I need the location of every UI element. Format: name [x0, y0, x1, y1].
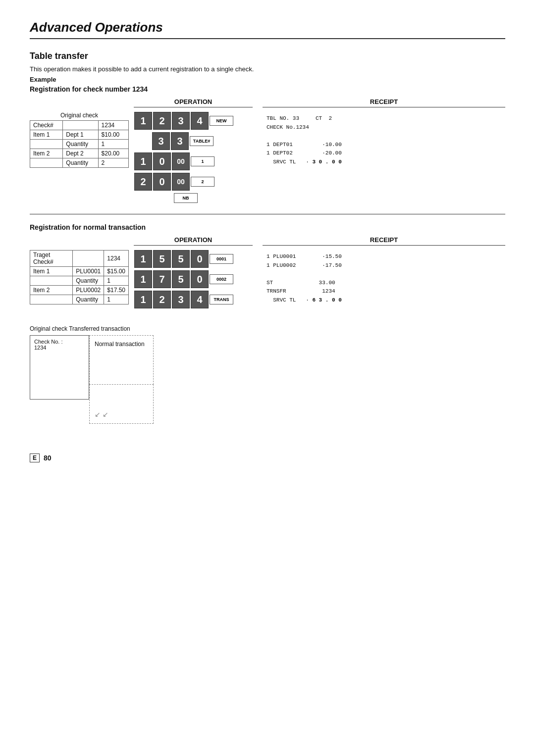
key-1c[interactable]: 1 — [134, 250, 152, 268]
key-1b[interactable]: 1 — [134, 152, 152, 170]
key-trans[interactable]: TRANS — [210, 295, 233, 304]
key-0b[interactable]: 0 — [153, 173, 171, 191]
key-1[interactable]: 1 — [134, 112, 152, 130]
key-3[interactable]: 3 — [172, 112, 190, 130]
cell: 1234 — [104, 251, 129, 267]
key-0c[interactable]: 0 — [191, 250, 209, 268]
receipt-area-1: RECEIPT TBL NO. 33 CT 2 CHECK No.1234 1 … — [253, 98, 505, 170]
receipt-header-2: RECEIPT — [263, 236, 505, 246]
key-5c[interactable]: 5 — [172, 270, 190, 288]
key-7[interactable]: 7 — [153, 270, 171, 288]
check-no-value: 1234 — [34, 345, 85, 351]
page-number: 80 — [44, 454, 52, 462]
divider-1 — [30, 214, 505, 214]
key-row-3: 1 0 00 1 — [134, 152, 253, 171]
cell — [73, 251, 104, 267]
cell: PLU0002 — [73, 286, 104, 295]
key-row-6: 1 7 5 0 0002 — [134, 270, 253, 289]
cell: 1 — [104, 295, 129, 304]
key-0d[interactable]: 0 — [191, 270, 209, 288]
table-row: Item 1 PLU0001 $15.00 — [30, 267, 129, 276]
operation-area-2: OPERATION 1 5 5 0 0001 1 7 5 0 0002 1 2 … — [129, 236, 253, 310]
key-table[interactable]: TABLE# — [190, 136, 214, 146]
cell: 2 — [98, 158, 128, 168]
section-title: Table transfer — [30, 51, 505, 61]
original-check-area: Original check Check# 1234 Item 1 Dept 1… — [30, 98, 129, 168]
key-0a[interactable]: 0 — [153, 152, 171, 170]
table-row: Quantity 1 — [30, 295, 129, 304]
table-row: Quantity 1 — [30, 276, 129, 286]
table-row: Item 2 Dept 2 $20.00 — [30, 149, 129, 158]
subsection1-layout: Original check Check# 1234 Item 1 Dept 1… — [30, 98, 505, 205]
cell: Traget Check# — [30, 251, 73, 267]
key-5a[interactable]: 5 — [153, 250, 171, 268]
cell — [63, 121, 98, 130]
table-row: Item 1 Dept 1 $10.00 — [30, 130, 129, 140]
cell — [30, 276, 73, 286]
arrow-icon: ↙ ↙ — [95, 410, 108, 418]
cell: 1 — [104, 276, 129, 286]
original-check-label: Original check — [30, 112, 129, 119]
key-1e[interactable]: 1 — [134, 291, 152, 308]
check-solid-box: Check No. : 1234 — [30, 335, 89, 400]
section-description: This operation makes it possible to add … — [30, 65, 505, 73]
key-00a[interactable]: 00 — [172, 152, 190, 170]
key-row-5: 1 5 5 0 0001 — [134, 250, 253, 268]
normal-transaction-label: Normal transaction — [90, 336, 153, 353]
key-new[interactable]: NEW — [210, 116, 233, 126]
key-3c[interactable]: 3 — [172, 291, 190, 308]
table-row: Quantity 2 — [30, 158, 129, 168]
key-0002[interactable]: 0002 — [210, 274, 233, 284]
diagram-boxes: Check No. : 1234 Normal transaction ↙ ↙ — [30, 335, 505, 424]
cell: Dept 2 — [63, 149, 98, 158]
cell — [30, 295, 73, 304]
subsection1-title: Registration for check number 1234 — [30, 85, 505, 93]
cell: Item 1 — [30, 130, 63, 140]
check-table-2: Traget Check# 1234 Item 1 PLU0001 $15.00… — [30, 250, 129, 304]
key-3b[interactable]: 3 — [171, 132, 189, 150]
cell: $20.00 — [98, 149, 128, 158]
receipt-content-2: 1 PLU0001 ·15.50 1 PLU0002 ·17.50 ST 33.… — [263, 250, 505, 308]
check-table-1: Check# 1234 Item 1 Dept 1 $10.00 Quantit… — [30, 120, 129, 168]
key-3a[interactable]: 3 — [152, 132, 170, 150]
cell: Quantity — [73, 295, 104, 304]
e-box: E — [30, 454, 40, 462]
operation-header-2: OPERATION — [134, 236, 253, 246]
subsection2-title: Registration for normal transaction — [30, 223, 505, 231]
cell: $17.50 — [104, 286, 129, 295]
key-2[interactable]: 2 — [153, 112, 171, 130]
key-1-label[interactable]: 1 — [191, 156, 214, 166]
key-2c[interactable]: 2 — [153, 291, 171, 308]
cell: 1 — [98, 140, 128, 149]
key-row-4: 2 0 00 2 — [134, 172, 253, 191]
key-4b[interactable]: 4 — [191, 291, 209, 308]
key-2-label[interactable]: 2 — [191, 177, 214, 187]
cell — [30, 140, 63, 149]
key-5b[interactable]: 5 — [172, 250, 190, 268]
check-no-label: Check No. : — [34, 339, 85, 345]
diagram-labels: Original check Transferred transaction — [30, 325, 505, 332]
key-1d[interactable]: 1 — [134, 270, 152, 288]
cell: PLU0001 — [73, 267, 104, 276]
table-row: Quantity 1 — [30, 140, 129, 149]
key-00b[interactable]: 00 — [172, 173, 190, 191]
cell: Item 2 — [30, 149, 63, 158]
receipt-content-1: TBL NO. 33 CT 2 CHECK No.1234 1 DEPT01 ·… — [263, 111, 505, 170]
key-nb[interactable]: NB — [174, 193, 198, 203]
cell: Quantity — [73, 276, 104, 286]
key-row-7: 1 2 3 4 TRANS — [134, 290, 253, 309]
key-2b[interactable]: 2 — [134, 173, 152, 191]
cell: Quantity — [63, 140, 98, 149]
dashed-box-below: ↙ ↙ — [89, 384, 154, 424]
page-footer: E 80 — [30, 454, 505, 462]
check-no-area: Check No. : 1234 — [30, 336, 89, 353]
key-row-2: 3 3 TABLE# — [134, 132, 253, 151]
key-4[interactable]: 4 — [191, 112, 209, 130]
cell: Check# — [30, 121, 63, 130]
cell — [30, 158, 63, 168]
target-check-area: Traget Check# 1234 Item 1 PLU0001 $15.00… — [30, 236, 129, 304]
key-0001[interactable]: 0001 — [210, 254, 233, 264]
cell: Quantity — [63, 158, 98, 168]
key-row-1: 1 2 3 4 NEW — [134, 111, 253, 130]
operation-header-1: OPERATION — [134, 98, 253, 107]
